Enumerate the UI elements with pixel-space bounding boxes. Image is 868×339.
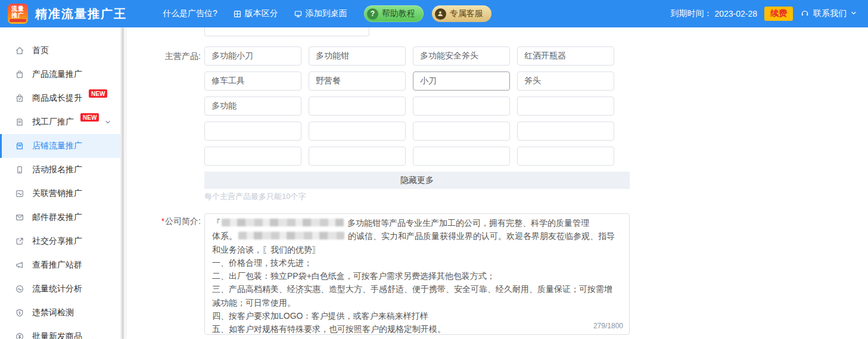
app-title: 精准流量推广王 bbox=[35, 6, 127, 22]
sidebar-item-label: 店铺流量推广 bbox=[32, 141, 82, 151]
sidebar-item-goods-growth[interactable]: 商品成长提升 NEW bbox=[0, 86, 120, 110]
contact-us-menu[interactable]: 联系我们 bbox=[800, 8, 857, 20]
product-input-focused[interactable] bbox=[413, 71, 510, 91]
sidebar-item-batch-publish[interactable]: 批量新发商品 bbox=[0, 325, 120, 339]
sidebar-item-traffic-stats[interactable]: 流量统计分析 bbox=[0, 277, 120, 301]
product-input[interactable] bbox=[204, 71, 301, 91]
sidebar-item-label: 邮件群发推广 bbox=[32, 212, 82, 223]
product-input[interactable] bbox=[309, 147, 406, 166]
product-input[interactable] bbox=[517, 97, 614, 116]
nav-what-is-ad-slot[interactable]: 什么是广告位? bbox=[163, 8, 217, 19]
logo-ribbon bbox=[10, 19, 26, 22]
product-input[interactable] bbox=[517, 71, 614, 91]
app-logo: 流量 推广 bbox=[8, 4, 28, 24]
sidebar-item-label: 找工厂推广 bbox=[32, 117, 74, 127]
redacted-text-block bbox=[222, 219, 344, 226]
factory-icon bbox=[15, 117, 24, 127]
header-right-group: 到期时间： 2023-02-28 续费 联系我们 bbox=[670, 7, 857, 21]
sidebar-item-label: 流量统计分析 bbox=[32, 284, 82, 294]
product-input[interactable] bbox=[413, 122, 510, 141]
shop-icon bbox=[15, 141, 24, 151]
desktop-icon bbox=[294, 10, 303, 18]
product-input[interactable] bbox=[309, 71, 406, 91]
intro-line: 和业务洽谈，〖我们的优势〗 bbox=[212, 243, 622, 256]
product-input[interactable] bbox=[517, 147, 614, 166]
question-mark-icon: ? bbox=[367, 8, 378, 20]
sidebar-item-label: 商品成长提升 bbox=[32, 93, 82, 104]
products-field-label: 主营产品: bbox=[127, 46, 201, 66]
sidebar-item-label: 批量新发商品 bbox=[32, 331, 82, 339]
renew-button[interactable]: 续费 bbox=[764, 7, 793, 21]
sidebar-item-label: 违禁词检测 bbox=[32, 307, 74, 318]
new-badge: NEW bbox=[89, 89, 107, 98]
nav-add-to-desktop[interactable]: 添加到桌面 bbox=[294, 8, 347, 19]
product-input[interactable] bbox=[517, 46, 614, 66]
sidebar-item-label: 首页 bbox=[32, 45, 49, 56]
sidebar-item-label: 活动报名推广 bbox=[32, 164, 82, 175]
product-input[interactable] bbox=[309, 97, 406, 116]
product-input[interactable] bbox=[204, 147, 301, 166]
bag-icon bbox=[15, 70, 24, 79]
clipped-input-above[interactable] bbox=[204, 27, 369, 36]
product-input[interactable] bbox=[204, 122, 301, 141]
customer-service-button[interactable]: 专属客服 bbox=[432, 5, 491, 22]
sidebar-item-event-signup[interactable]: 活动报名推广 bbox=[0, 158, 120, 182]
sidebar-item-label: 产品流量推广 bbox=[32, 69, 82, 80]
product-input[interactable] bbox=[517, 122, 614, 141]
sidebar-item-label: 关联营销推广 bbox=[32, 188, 82, 199]
sidebar-item-banned-words[interactable]: 违禁词检测 bbox=[0, 301, 120, 325]
intro-line: 减功能；可日常使用。 bbox=[212, 296, 622, 309]
nav-version-compare[interactable]: 版本区分 bbox=[233, 8, 278, 19]
help-tutorial-button[interactable]: ? 帮助教程 bbox=[364, 5, 424, 22]
share-icon bbox=[15, 237, 24, 246]
sidebar-item-label: 查看推广站群 bbox=[32, 260, 82, 270]
company-intro-textarea[interactable]: 『多功能钳等产品专业生产加工的公司，拥有完整、科学的质量管理 体系。的诚信、实力… bbox=[204, 213, 630, 335]
product-input[interactable] bbox=[413, 147, 510, 166]
sidebar-item-home[interactable]: 首页 bbox=[0, 39, 120, 63]
products-hint-text: 每个主营产品最多只能10个字 bbox=[204, 191, 306, 202]
sidebar-item-shop-traffic[interactable]: 店铺流量推广 bbox=[0, 134, 120, 158]
product-input[interactable] bbox=[413, 97, 510, 116]
stats-icon bbox=[15, 284, 24, 294]
agent-person-icon bbox=[435, 8, 446, 20]
intro-line: 四、按客户要求加LOGO：客户提供，或客户来稿来样打样 bbox=[212, 309, 622, 322]
product-input[interactable] bbox=[204, 97, 301, 116]
intro-line: 二、出厂包装：独立PP袋+白色纸盒，可按客户需求另费选择其他包装方式； bbox=[212, 269, 622, 282]
sidebar-scrollbar[interactable] bbox=[120, 27, 127, 339]
sidebar-item-email-blast[interactable]: 邮件群发推广 bbox=[0, 206, 120, 229]
intro-line: 体系。的诚信、实力和产品质量获得业界的认可。欢迎各界朋友莅临参观、指导 bbox=[212, 229, 622, 242]
product-input[interactable] bbox=[309, 122, 406, 141]
intro-line: 五、如客户对规格有特殊要求，也可按照客户的规格定制开模。 bbox=[212, 322, 622, 335]
product-input[interactable] bbox=[204, 46, 301, 66]
hide-more-button[interactable]: 隐藏更多 bbox=[204, 172, 630, 189]
nav-version-compare-label: 版本区分 bbox=[245, 8, 278, 19]
required-asterisk: * bbox=[161, 216, 164, 226]
product-input[interactable] bbox=[413, 46, 510, 66]
nav-add-to-desktop-label: 添加到桌面 bbox=[306, 8, 347, 19]
sidebar-item-label: 社交分享推广 bbox=[32, 236, 82, 247]
sidebar-item-related-marketing[interactable]: 关联营销推广 bbox=[0, 182, 120, 206]
window-grid-icon bbox=[233, 10, 242, 18]
chevron-down-icon[interactable] bbox=[104, 119, 111, 126]
redacted-text-block bbox=[238, 232, 344, 240]
shield-icon bbox=[15, 308, 24, 318]
customer-service-label: 专属客服 bbox=[450, 8, 483, 19]
megaphone-icon bbox=[15, 260, 24, 270]
sidebar-item-find-factory[interactable]: 找工厂推广 NEW bbox=[0, 110, 120, 134]
intro-line: 一、价格合理，技术先进； bbox=[212, 256, 622, 269]
top-header: 流量 推广 精准流量推广王 什么是广告位? 版本区分 添加到桌面 bbox=[0, 0, 868, 27]
sidebar-item-promo-sites[interactable]: 查看推广站群 bbox=[0, 253, 120, 277]
sidebar-item-product-traffic[interactable]: 产品流量推广 bbox=[0, 63, 120, 86]
home-icon bbox=[15, 46, 24, 55]
expiry-date: 2023-02-28 bbox=[714, 9, 757, 18]
intro-line: 三、产品高档精美、经济实惠、造型大方、手感舒适、便于携带、安全可靠、经久耐用、质… bbox=[212, 282, 622, 296]
expiry-label: 到期时间： bbox=[670, 8, 712, 19]
char-counter: 279/1800 bbox=[591, 319, 623, 332]
nav-what-is-ad-slot-label: 什么是广告位? bbox=[163, 8, 217, 19]
help-tutorial-label: 帮助教程 bbox=[382, 8, 415, 19]
product-input[interactable] bbox=[309, 46, 406, 66]
scrollbar-thumb[interactable] bbox=[122, 27, 124, 339]
sidebar-item-social-share[interactable]: 社交分享推广 bbox=[0, 229, 120, 253]
mail-icon bbox=[15, 213, 24, 222]
headset-icon bbox=[800, 8, 810, 20]
